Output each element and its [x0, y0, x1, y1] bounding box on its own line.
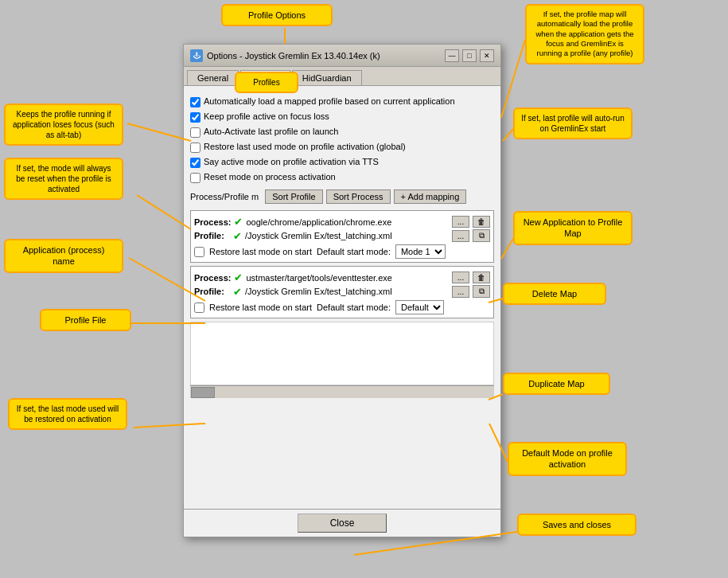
annotation-new-app-map: New Application to Profile Map: [513, 211, 633, 245]
option-keep-active: Keep profile active on focus loss: [190, 111, 494, 123]
annotation-last-profile: If set, last profile will auto-run on Gr…: [513, 107, 633, 139]
process-browse-2[interactable]: ...: [452, 271, 469, 283]
checkbox-auto-load[interactable]: [190, 97, 200, 107]
dialog-title-text: Options - Joystick Gremlin Ex 13.40.14ex…: [207, 51, 380, 61]
annotation-profiles-tab: Profiles: [235, 72, 298, 93]
label-keep-active: Keep profile active on focus loss: [204, 111, 329, 122]
option-reset-mode: Reset mode on process activation: [190, 171, 494, 183]
profile-value-1: /Joystick Gremlin Ex/test_latching.xml: [245, 231, 449, 240]
titlebar-controls: — □ ✕: [445, 49, 494, 62]
hscrollbar[interactable]: [190, 385, 494, 398]
profile-check-2: ✔: [233, 286, 242, 298]
label-restore-mode: Restore last used mode on profile activa…: [204, 141, 406, 152]
process-delete-1[interactable]: 🗑: [473, 216, 490, 228]
dialog-footer: Close: [184, 509, 500, 537]
column-header: Process/Profile m: [190, 192, 259, 201]
checkbox-reset-mode[interactable]: [190, 173, 200, 183]
mapping-toolbar: Process/Profile m Sort Profile Sort Proc…: [190, 189, 494, 204]
label-say-active: Say active mode on profile activation vi…: [204, 156, 379, 167]
option-say-active: Say active mode on profile activation vi…: [190, 156, 494, 168]
label-auto-activate: Auto-Activate last profile on launch: [204, 126, 338, 137]
mapping-profile-row-2: Profile: ✔ /Joystick Gremlin Ex/test_lat…: [194, 285, 490, 298]
annotation-mode-reset: If set, the mode will always be reset wh…: [4, 158, 123, 200]
profile-check-1: ✔: [233, 230, 242, 242]
annotation-profile-file: Profile File: [40, 309, 131, 331]
annotation-duplicate-map: Duplicate Map: [503, 373, 610, 395]
process-label-1: Process:: [194, 217, 231, 227]
mapping-list: Process: ✔ oogle/chrome/application/chro…: [190, 207, 494, 385]
hscrollbar-thumb[interactable]: [191, 387, 215, 398]
mapping-process-row-2: Process: ✔ ustmaster/target/tools/eventt…: [194, 271, 490, 283]
mode-select-1[interactable]: Mode 1: [395, 244, 446, 259]
restore-label-1: Restore last mode on start: [209, 247, 312, 256]
sort-process-button[interactable]: Sort Process: [326, 189, 391, 204]
tab-general[interactable]: General: [187, 70, 239, 85]
profile-browse-2[interactable]: ...: [452, 286, 469, 298]
annotation-process-name: Application (process) name: [4, 239, 123, 273]
process-label-2: Process:: [194, 273, 231, 283]
restore-checkbox-2[interactable]: [194, 303, 204, 313]
annotation-delete-map: Delete Map: [503, 283, 606, 305]
dialog-titlebar: 🕹 Options - Joystick Gremlin Ex 13.40.14…: [184, 45, 500, 67]
default-mode-label-1: Default start mode:: [317, 247, 391, 256]
mapping-profile-row-1: Profile: ✔ /Joystick Gremlin Ex/test_lat…: [194, 229, 490, 242]
app-icon: 🕹: [190, 49, 203, 62]
annotation-title: Profile Options: [221, 4, 333, 26]
option-auto-load: Automatically load a mapped profile base…: [190, 96, 494, 107]
svg-line-4: [127, 123, 191, 141]
dialog-content: Automatically load a mapped profile base…: [184, 86, 500, 506]
checkbox-auto-activate[interactable]: [190, 127, 200, 138]
sort-profile-button[interactable]: Sort Profile: [265, 189, 322, 204]
profile-browse-1[interactable]: ...: [452, 230, 469, 242]
profile-label-2: Profile:: [194, 287, 230, 296]
process-browse-1[interactable]: ...: [452, 216, 469, 228]
mapping-entry-1: Process: ✔ oogle/chrome/application/chro…: [190, 210, 494, 263]
restore-row-2: Restore last mode on start Default start…: [194, 300, 490, 314]
process-check-1: ✔: [234, 216, 243, 228]
svg-line-2: [501, 40, 525, 118]
tab-hidguardian[interactable]: HidGuardian: [292, 70, 362, 85]
checkbox-restore-mode[interactable]: [190, 143, 200, 153]
empty-area: [190, 322, 494, 385]
svg-line-3: [503, 129, 513, 141]
annotation-default-mode: Default Mode on profile activation: [508, 442, 627, 476]
options-dialog: 🕹 Options - Joystick Gremlin Ex 13.40.14…: [183, 44, 501, 537]
add-mapping-button[interactable]: + Add mapping: [394, 189, 467, 204]
default-mode-label-2: Default start mode:: [317, 303, 391, 312]
svg-line-8: [501, 239, 513, 259]
mode-select-2[interactable]: Default: [395, 300, 444, 314]
profile-copy-1[interactable]: ⧉: [473, 229, 490, 242]
process-value-1: oogle/chrome/application/chrome.exe: [246, 217, 449, 227]
mapping-entry-2: Process: ✔ ustmaster/target/tools/eventt…: [190, 266, 494, 318]
process-value-2: ustmaster/target/tools/eventtester.exe: [246, 273, 449, 283]
annotation-last-mode: If set, the last mode used will be resto…: [8, 398, 127, 430]
minimize-button[interactable]: —: [445, 49, 459, 62]
dialog-title: 🕹 Options - Joystick Gremlin Ex 13.40.14…: [190, 49, 380, 62]
restore-label-2: Restore last mode on start: [209, 303, 312, 312]
label-reset-mode: Reset mode on process activation: [204, 171, 336, 182]
annotation-saves: Saves and closes: [517, 514, 637, 536]
checkbox-keep-active[interactable]: [190, 112, 200, 123]
annotation-auto-load: If set, the profile map will automatical…: [525, 4, 644, 64]
annotation-keep-running: Keeps the profile running if application…: [4, 103, 123, 146]
option-auto-activate: Auto-Activate last profile on launch: [190, 126, 494, 138]
close-button[interactable]: ✕: [480, 49, 494, 62]
tab-bar: General Profiles HidGuardian: [184, 67, 500, 86]
profile-label-1: Profile:: [194, 231, 230, 240]
restore-checkbox-1[interactable]: [194, 247, 204, 257]
process-check-2: ✔: [234, 271, 243, 283]
maximize-button[interactable]: □: [462, 49, 477, 62]
close-dialog-button[interactable]: Close: [298, 514, 387, 533]
checkbox-say-active[interactable]: [190, 158, 200, 168]
profile-value-2: /Joystick Gremlin Ex/test_latching.xml: [245, 287, 449, 296]
mapping-process-row-1: Process: ✔ oogle/chrome/application/chro…: [194, 216, 490, 228]
profile-copy-2[interactable]: ⧉: [473, 285, 490, 298]
restore-row-1: Restore last mode on start Default start…: [194, 244, 490, 259]
process-delete-2[interactable]: 🗑: [473, 271, 490, 283]
option-restore-mode: Restore last used mode on profile activa…: [190, 141, 494, 153]
label-auto-load: Automatically load a mapped profile base…: [204, 96, 455, 107]
